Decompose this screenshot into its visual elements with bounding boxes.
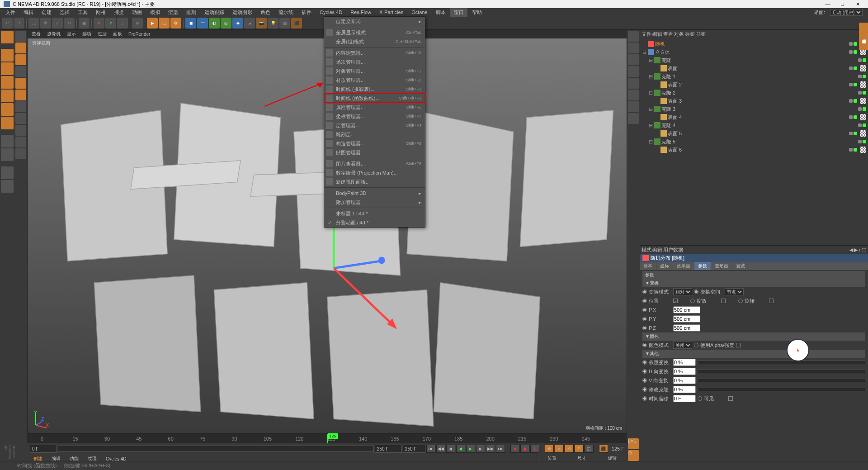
menu-Cycles 4D[interactable]: Cycles 4D <box>316 9 346 16</box>
color-mode-select[interactable]: 关闭 <box>673 342 692 349</box>
scale-tool[interactable]: ⤢ <box>52 18 63 28</box>
snap-toggle[interactable] <box>1 135 14 147</box>
texture-tag-icon[interactable] <box>860 147 866 153</box>
menu-item-图片查看器...[interactable]: 图片查看器...Shift+F6 <box>324 159 425 168</box>
section-color[interactable]: ▼颜色 <box>642 332 865 341</box>
pz-input[interactable] <box>673 324 700 332</box>
tc-6[interactable] <box>15 90 26 100</box>
edge-mode[interactable] <box>1 103 14 116</box>
texture-tag-icon[interactable] <box>860 130 866 137</box>
menu-插件[interactable]: 插件 <box>298 8 315 17</box>
tc-3[interactable] <box>15 54 26 65</box>
timeline-slider[interactable] <box>58 446 374 452</box>
workplane-toggle[interactable] <box>1 148 14 161</box>
section-transform[interactable]: ▼变换 <box>642 279 865 287</box>
z-lock[interactable]: Z <box>117 18 128 28</box>
tc-5[interactable] <box>15 78 26 89</box>
tc-2[interactable] <box>15 43 26 53</box>
x-lock[interactable]: X <box>94 18 104 28</box>
tree-item-克隆.3[interactable]: ⊟克隆.3 <box>642 105 866 113</box>
tree-item-克隆.4[interactable]: ⊟克隆.4 <box>642 121 866 129</box>
menu-item-雕刻层...[interactable]: 雕刻层... <box>324 130 425 139</box>
transform-space-radio[interactable] <box>694 290 698 294</box>
menu-雕刻[interactable]: 雕刻 <box>183 8 200 17</box>
next-frame[interactable]: ▶ <box>476 445 485 453</box>
ri-6[interactable] <box>628 90 639 100</box>
next-key[interactable]: ▶▶ <box>486 445 495 453</box>
menu-item-附加管理器[interactable]: 附加管理器▸ <box>324 198 425 207</box>
menu-选择[interactable]: 选择 <box>56 8 73 17</box>
menu-item-数字绘景 (Projection Man)...[interactable]: 数字绘景 (Projection Man)... <box>324 168 425 177</box>
am-menu-用户数据[interactable]: 用户数据 <box>663 247 683 253</box>
scale-check[interactable] <box>721 299 726 303</box>
position-check[interactable] <box>673 299 678 303</box>
time-input[interactable] <box>673 395 696 402</box>
tree-item-克隆.2[interactable]: ⊟克隆.2 <box>642 89 866 97</box>
right-vertical-tab[interactable]: 对象管理器 <box>859 23 868 50</box>
tc-11[interactable] <box>15 148 26 159</box>
position-radio[interactable] <box>642 299 647 303</box>
environment-tool[interactable]: ☁ <box>244 18 255 28</box>
section-other[interactable]: ▼其他 <box>642 350 865 358</box>
lock-toggle[interactable] <box>1 166 14 179</box>
move-tool[interactable]: ✥ <box>40 18 51 28</box>
nurbs-tool[interactable]: ◐ <box>209 18 220 28</box>
tree-item-随机[interactable]: 随机 <box>642 40 866 48</box>
play-back[interactable]: ◀ <box>456 445 465 453</box>
spline-primitive[interactable]: 〰 <box>197 18 208 28</box>
texture-tag-icon[interactable] <box>860 49 866 55</box>
redo-button[interactable]: ↷ <box>14 18 24 28</box>
bake[interactable]: ⬛ <box>599 445 608 453</box>
om-menu-书签[interactable]: 书签 <box>696 31 706 38</box>
keyframe-sel[interactable]: ◎ <box>530 445 539 453</box>
close-button[interactable]: ✕ <box>851 1 864 7</box>
menu-item-分裂动画.c4d *[interactable]: ✓分裂动画.c4d * <box>324 218 425 227</box>
ri-1[interactable] <box>628 31 639 42</box>
texture-tag-icon[interactable] <box>860 114 866 120</box>
vp-menu-摄像机[interactable]: 摄像机 <box>44 30 63 38</box>
menu-流水线[interactable]: 流水线 <box>275 8 297 17</box>
vp-menu-过滤[interactable]: 过滤 <box>95 30 109 38</box>
camera-tool[interactable]: 📷 <box>256 18 267 28</box>
render-region[interactable]: ⬚ <box>159 18 170 28</box>
select-tool[interactable]: ⬚ <box>28 18 39 28</box>
om-menu-文件[interactable]: 文件 <box>642 31 651 38</box>
menu-item-材质管理器...[interactable]: 材质管理器...Shift+F2 <box>324 76 425 85</box>
menu-RealFlow[interactable]: RealFlow <box>347 9 375 16</box>
recent-tool[interactable]: ▣ <box>79 18 90 28</box>
om-menu-查看[interactable]: 查看 <box>663 31 673 38</box>
menu-工具[interactable]: 工具 <box>74 8 91 17</box>
frame-total[interactable] <box>403 445 425 453</box>
tc-4[interactable] <box>15 66 26 77</box>
rotate-radio[interactable] <box>738 299 743 303</box>
texture-mode[interactable] <box>1 62 14 75</box>
misc-tool-1[interactable]: ▦ <box>279 18 290 28</box>
ri-2[interactable] <box>628 43 639 53</box>
menu-文件[interactable]: 文件 <box>2 8 19 17</box>
timeline-cursor[interactable] <box>327 434 328 443</box>
menu-捕捉[interactable]: 捕捉 <box>110 8 127 17</box>
play-forward[interactable]: ▶ <box>466 445 475 453</box>
coord-system[interactable]: ⊕ <box>132 18 143 28</box>
am-menu-编辑[interactable]: 编辑 <box>652 247 662 253</box>
model-mode[interactable] <box>1 49 14 62</box>
maximize-button[interactable]: □ <box>836 1 849 7</box>
menu-item-属性管理器...[interactable]: 属性管理器...Shift+F5 <box>324 103 425 112</box>
menu-item-自定义布局[interactable]: 自定义布局▸ <box>324 17 425 26</box>
menu-item-构造管理器...[interactable]: 构造管理器...Shift+F9 <box>324 139 425 148</box>
minimize-button[interactable]: — <box>821 1 835 7</box>
viewport-solo[interactable] <box>1 180 14 193</box>
texture-tag-icon[interactable] <box>860 98 866 104</box>
prev-frame[interactable]: ◀ <box>446 445 455 453</box>
layout-select[interactable]: 启动 (用户) <box>830 9 863 16</box>
ri-axis[interactable]: L=1 <box>628 438 639 449</box>
menu-item-未标题 1.c4d *[interactable]: 未标题 1.c4d * <box>324 209 425 218</box>
tc-1[interactable] <box>15 31 26 42</box>
am-menu-模式[interactable]: 模式 <box>642 247 651 253</box>
menu-模拟[interactable]: 模拟 <box>146 8 164 17</box>
texture-tag-icon[interactable] <box>860 65 866 71</box>
window-menu-dropdown[interactable]: 自定义布局▸全屏显示模式Ctrl+Tab全屏(组)模式Ctrl+Shift+Ta… <box>324 16 425 228</box>
am-tab-坐标[interactable]: 坐标 <box>656 262 673 270</box>
menu-窗口[interactable]: 窗口 <box>450 8 467 17</box>
weight-input[interactable] <box>673 359 696 366</box>
